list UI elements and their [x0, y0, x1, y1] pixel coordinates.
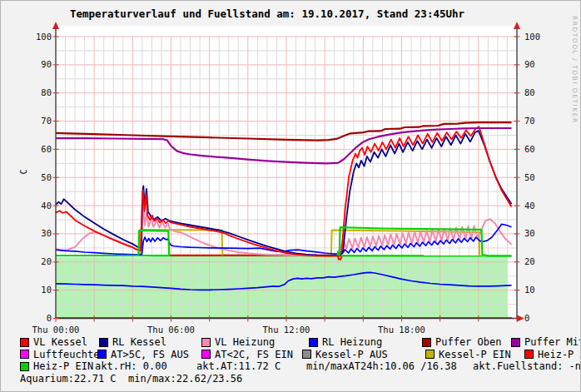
legend-stat: min/max:22.62/23.56 — [128, 373, 242, 385]
legend-label: VL Heizung — [215, 336, 275, 348]
legend-item: Puffer Mitte — [511, 336, 581, 348]
legend-swatch — [302, 350, 311, 359]
svg-text:20: 20 — [41, 256, 52, 266]
svg-text:60: 60 — [41, 144, 52, 154]
svg-text:0: 0 — [47, 313, 52, 323]
legend-label: AT>5C, FS AUS — [111, 349, 189, 360]
legend-item: AT>5C, FS AUS — [97, 349, 201, 360]
legend-row-1: VL KesselRL KesselVL HeizungRL HeizungPu… — [20, 336, 579, 349]
legend-label: Heiz-P EIN — [33, 360, 93, 372]
legend-row-2: LuftfeuchteAT>5C, FS AUSAT<2C, FS EINKes… — [20, 349, 579, 361]
legend-swatch — [425, 350, 435, 359]
legend-swatch — [201, 350, 211, 359]
svg-text:50: 50 — [41, 172, 52, 182]
legend-label: min/max:22.62/23.56 — [128, 373, 242, 385]
legend-label: Kessel-P AUS — [315, 349, 388, 360]
legend-label: VL Kessel — [33, 336, 87, 348]
chart-plot-area: 0010102020303040405050606070708080909010… — [1, 1, 581, 392]
svg-text:40: 40 — [524, 201, 535, 211]
legend-item: Luftfeuchte — [20, 349, 97, 360]
legend-swatch — [20, 362, 29, 371]
legend-item: Kessel-P EIN — [425, 349, 524, 360]
legend-label: Kessel-P EIN — [439, 349, 511, 360]
svg-text:20: 20 — [524, 256, 535, 266]
svg-text:50: 50 — [524, 172, 535, 182]
svg-text:10: 10 — [41, 285, 52, 295]
legend-stat: akt.rH: 0.00 — [95, 360, 196, 372]
x-tick-labels: Thu 00:00Thu 06:00Thu 12:00Thu 18:00 — [32, 325, 425, 335]
legend-swatch — [524, 350, 534, 359]
legend-label: akt.AT:11.72 C — [196, 360, 281, 372]
svg-text:40: 40 — [41, 201, 52, 211]
legend-item: VL Kessel — [20, 336, 99, 348]
legend-label: akt.rH: 0.00 — [95, 360, 167, 372]
legend-row-4: Aquarium:22.71 Cmin/max:22.62/23.56 — [20, 373, 579, 385]
legend-swatch — [20, 350, 29, 359]
svg-text:0: 0 — [524, 313, 529, 323]
legend-label: Puffer Mitte — [524, 336, 581, 348]
svg-text:90: 90 — [524, 59, 535, 69]
svg-text:100: 100 — [524, 32, 540, 42]
svg-text:Thu 18:00: Thu 18:00 — [378, 325, 425, 335]
legend-item: Puffer Oben — [422, 336, 511, 348]
svg-text:Thu 06:00: Thu 06:00 — [147, 325, 195, 335]
legend-label: min/maxAT24h:10.06 /16.38 — [306, 360, 457, 372]
legend-label: Luftfeuchte — [33, 349, 99, 360]
legend-swatch — [309, 338, 318, 347]
legend-swatch — [201, 338, 211, 347]
svg-text:100: 100 — [36, 32, 52, 42]
legend-item: RL Heizung — [309, 336, 422, 348]
legend-swatch — [99, 338, 108, 347]
legend-label: AT<2C, FS EIN — [215, 349, 293, 360]
legend-item: Heiz-P EIN — [20, 360, 95, 372]
legend-stat: min/maxAT24h:10.06 /16.38 — [306, 360, 473, 372]
legend-label: Heiz-P AUS — [538, 349, 581, 360]
svg-text:30: 30 — [41, 228, 52, 238]
rrdtool-graph: Temperaturverlauf und Fuellstand am: 19.… — [0, 0, 581, 392]
legend-item: VL Heizung — [201, 336, 309, 348]
legend: VL KesselRL KesselVL HeizungRL HeizungPu… — [20, 336, 579, 385]
legend-label: RL Kessel — [112, 336, 166, 348]
svg-text:70: 70 — [524, 116, 535, 126]
legend-swatch — [422, 338, 431, 347]
legend-stat: akt.Fuellstand: -nan — [473, 360, 581, 372]
legend-item: Kessel-P AUS — [302, 349, 425, 360]
legend-label: Aquarium:22.71 C — [20, 373, 117, 385]
legend-label: akt.Fuellstand: -nan — [473, 360, 581, 372]
legend-swatch — [511, 338, 520, 347]
legend-swatch — [20, 338, 29, 347]
series-aquarium-fuellstand-area — [56, 256, 508, 318]
svg-text:90: 90 — [41, 59, 52, 69]
legend-item: AT<2C, FS EIN — [201, 349, 302, 360]
svg-text:10: 10 — [524, 285, 535, 295]
svg-text:Thu 12:00: Thu 12:00 — [263, 325, 310, 335]
svg-text:60: 60 — [524, 144, 535, 154]
svg-text:70: 70 — [41, 116, 52, 126]
legend-stat: Aquarium:22.71 C — [20, 373, 128, 385]
legend-swatch — [97, 350, 107, 359]
svg-text:80: 80 — [41, 87, 52, 97]
legend-stat: akt.AT:11.72 C — [196, 360, 306, 372]
legend-label: RL Heizung — [322, 336, 382, 348]
legend-label: Puffer Oben — [435, 336, 501, 348]
svg-text:Thu 00:00: Thu 00:00 — [32, 325, 80, 335]
legend-item: Heiz-P AUS — [524, 349, 581, 360]
svg-text:30: 30 — [524, 228, 535, 238]
svg-text:80: 80 — [524, 87, 535, 97]
legend-row-3: Heiz-P EINakt.rH: 0.00akt.AT:11.72 Cmin/… — [20, 360, 579, 373]
legend-item: RL Kessel — [99, 336, 201, 348]
